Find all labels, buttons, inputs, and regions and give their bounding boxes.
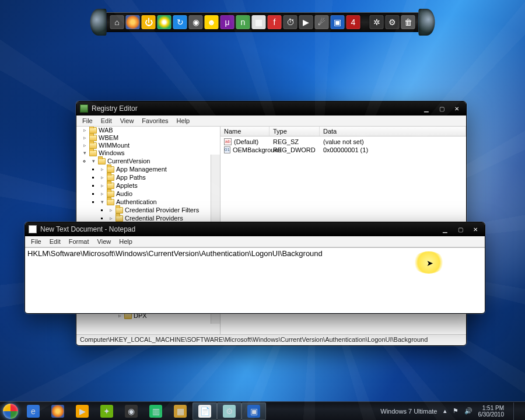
folder-icon xyxy=(107,166,114,173)
smiley-icon[interactable]: ☻ xyxy=(205,15,219,29)
globe-icon[interactable]: ☄ xyxy=(315,15,329,29)
regedit-menubar[interactable]: FileEditViewFavoritesHelp xyxy=(76,116,466,127)
stack-icon: ▥ xyxy=(149,405,162,418)
folder-icon xyxy=(107,191,114,197)
col-header-type[interactable]: Type xyxy=(270,127,320,136)
dock-end-right xyxy=(419,9,435,36)
taskbar-regedit-task[interactable]: ▣ xyxy=(242,402,266,420)
value-data: 0x00000001 (1) xyxy=(320,146,466,153)
value-type: REG_DWORD xyxy=(270,146,320,153)
notepad-task: 📄 xyxy=(198,405,211,418)
wmp-icon: ▶ xyxy=(76,405,89,418)
tree-item[interactable]: Applets xyxy=(116,182,138,190)
maximize-button[interactable]: ▢ xyxy=(436,104,447,113)
taskbar-stack-icon[interactable]: ▥ xyxy=(144,402,168,420)
registry-value-row[interactable]: ab(Default)REG_SZ(value not set) xyxy=(220,138,466,146)
grid-icon[interactable]: ▦ xyxy=(252,15,266,29)
tree-item[interactable]: Credential Provider Filters xyxy=(125,206,199,214)
taskbar-ie-icon[interactable]: e xyxy=(21,402,46,420)
system-tray[interactable]: Windows 7 Ultimate ▴ ⚑ 🔊 1:51 PM 6/30/20… xyxy=(380,402,523,420)
os-label: Windows 7 Ultimate xyxy=(380,408,437,415)
folder-icon xyxy=(107,174,114,181)
steam-icon[interactable]: ◉ xyxy=(189,15,203,29)
registry-value-row[interactable]: 01OEMBackgroundREG_DWORD0x00000001 (1) xyxy=(220,146,466,154)
notepad-icon xyxy=(29,225,37,233)
sync-icon[interactable]: ↻ xyxy=(173,15,187,29)
timer-icon[interactable]: ⏱ xyxy=(284,15,298,29)
mu-icon[interactable]: μ xyxy=(220,15,235,29)
taskbar[interactable]: e▶✦◉▥▦📄⚙▣ Windows 7 Ultimate ▴ ⚑ 🔊 1:51 … xyxy=(0,401,525,420)
notepad-text-area[interactable]: HKLM\Software\Microsoft\Windows\CurrentV… xyxy=(25,247,485,313)
tree-item[interactable]: Audio xyxy=(116,190,132,198)
close-button[interactable]: ✕ xyxy=(451,104,463,113)
tree-item[interactable]: WAB xyxy=(99,127,113,134)
home-icon[interactable]: ⌂ xyxy=(110,15,124,29)
top-dock[interactable]: ⌂⏻↻◉☻μn▦f⏱▶☄▣4✲⚙🗑 xyxy=(90,10,435,34)
four-icon[interactable]: 4 xyxy=(346,15,360,29)
regedit-statusbar: Computer\HKEY_LOCAL_MACHINE\SOFTWARE\Mic… xyxy=(76,334,466,345)
notepad-title-text: New Text Document - Notepad xyxy=(40,225,135,233)
notepad-window[interactable]: New Text Document - Notepad ▁ ▢ ✕ FileEd… xyxy=(24,222,485,314)
tree-item[interactable]: App Paths xyxy=(116,174,146,181)
value-type: REG_SZ xyxy=(270,138,320,145)
trash-icon[interactable]: 🗑 xyxy=(401,15,415,29)
start-button[interactable] xyxy=(0,402,21,421)
minimize-button[interactable]: ▁ xyxy=(421,104,432,113)
menu-format[interactable]: Format xyxy=(65,237,93,246)
disc-icon[interactable] xyxy=(158,15,172,29)
menu-favorites[interactable]: Favorites xyxy=(138,117,172,125)
box-icon: ▦ xyxy=(174,405,187,418)
process-icon[interactable]: ▣ xyxy=(331,15,345,29)
taskbar-steam-icon[interactable]: ◉ xyxy=(119,402,144,420)
taskbar-gears-task[interactable]: ⚙ xyxy=(217,402,242,420)
close-button[interactable]: ✕ xyxy=(470,225,481,233)
menu-help[interactable]: Help xyxy=(173,117,194,125)
action-center-icon[interactable]: ⚑ xyxy=(453,407,459,415)
taskbar-wmp-icon[interactable]: ▶ xyxy=(70,402,94,420)
maximize-button[interactable]: ▢ xyxy=(454,225,466,233)
folder-icon xyxy=(116,207,123,214)
regedit-titlebar[interactable]: Registry Editor ▁ ▢ ✕ xyxy=(76,102,466,116)
regedit-task: ▣ xyxy=(247,405,260,418)
reg-dword-icon: 01 xyxy=(224,146,230,153)
col-header-name[interactable]: Name xyxy=(220,127,270,136)
value-data: (value not set) xyxy=(320,138,466,145)
tree-item[interactable]: Authentication xyxy=(116,198,157,206)
flash-icon[interactable]: f xyxy=(268,15,282,29)
minimize-button[interactable]: ▁ xyxy=(439,225,451,233)
taskbar-clock[interactable]: 1:51 PM 6/30/2010 xyxy=(478,405,505,418)
show-desktop-button[interactable] xyxy=(513,402,519,420)
tree-item[interactable]: CurrentVersion xyxy=(107,158,150,165)
n-icon[interactable]: n xyxy=(236,15,250,29)
taskbar-nvidia-icon[interactable]: ✦ xyxy=(94,402,119,420)
firefox-icon xyxy=(51,405,64,418)
menu-view[interactable]: View xyxy=(117,117,138,125)
clock-time: 1:51 PM xyxy=(478,405,505,411)
menu-help[interactable]: Help xyxy=(116,237,136,246)
play-icon[interactable]: ▶ xyxy=(299,15,313,29)
gears-task: ⚙ xyxy=(223,405,236,418)
taskbar-firefox-icon[interactable] xyxy=(46,402,70,420)
start-orb-icon xyxy=(3,404,18,419)
volume-icon[interactable]: 🔊 xyxy=(464,407,473,415)
menu-edit[interactable]: Edit xyxy=(46,237,64,246)
taskbar-box-icon[interactable]: ▦ xyxy=(168,402,192,420)
tree-item[interactable]: App Management xyxy=(116,166,167,173)
menu-edit[interactable]: Edit xyxy=(97,117,116,125)
fan-icon[interactable]: ✲ xyxy=(370,15,384,29)
notepad-menubar[interactable]: FileEditFormatViewHelp xyxy=(25,236,485,247)
tree-item[interactable]: WBEM xyxy=(99,134,118,142)
folder-icon xyxy=(116,215,123,222)
desktop: ⌂⏻↻◉☻μn▦f⏱▶☄▣4✲⚙🗑 Registry Editor ▁ ▢ ✕ … xyxy=(0,0,525,420)
tray-chevron-icon[interactable]: ▴ xyxy=(443,407,447,415)
menu-file[interactable]: File xyxy=(27,237,45,246)
menu-file[interactable]: File xyxy=(79,117,96,125)
notepad-titlebar[interactable]: New Text Document - Notepad ▁ ▢ ✕ xyxy=(25,222,485,236)
power-icon[interactable]: ⏻ xyxy=(142,15,156,29)
taskbar-notepad-task[interactable]: 📄 xyxy=(192,402,217,420)
firefox-icon[interactable] xyxy=(126,15,140,29)
cog-icon[interactable]: ⚙ xyxy=(386,15,400,29)
tree-item[interactable]: WIMMount xyxy=(99,142,130,149)
menu-view[interactable]: View xyxy=(94,237,115,246)
col-header-data[interactable]: Data xyxy=(320,127,466,136)
